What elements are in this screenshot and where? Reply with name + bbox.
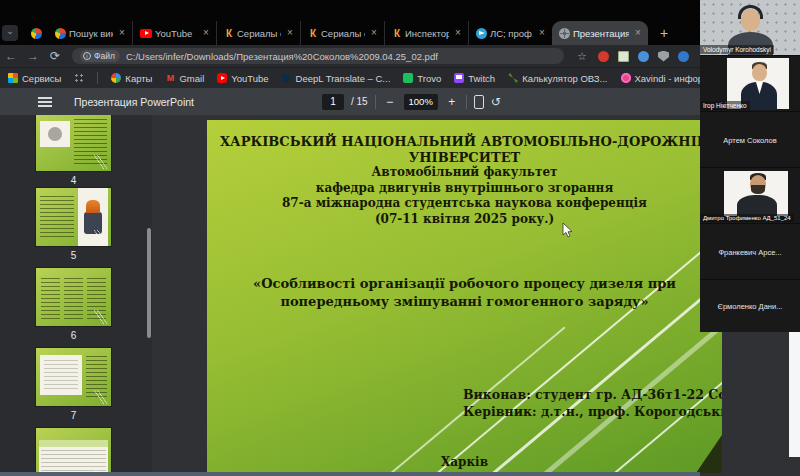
slide-title-line: 87-а міжнародна студентська наукова конф… [207, 196, 722, 212]
k-site-icon [392, 28, 402, 39]
bookmark-services[interactable]: Сервисы [8, 73, 61, 84]
rotate-icon[interactable] [491, 95, 501, 109]
bookmark-trovo[interactable]: Trovo [403, 73, 441, 84]
decor-stripe [459, 222, 722, 473]
apps-grid-icon[interactable] [74, 73, 84, 83]
close-icon[interactable] [284, 27, 296, 39]
close-icon[interactable] [200, 27, 212, 39]
browser-window: Пошук викладача YouTube Сериалы онлайн С… [0, 0, 800, 476]
close-icon[interactable] [368, 27, 380, 39]
page-total: / 15 [351, 96, 368, 107]
fit-page-icon[interactable] [474, 95, 484, 109]
bookmark-label: YouTube [231, 73, 268, 84]
participant-tile[interactable]: Ігор Нікітченко [700, 56, 800, 111]
thumbnail-page-7[interactable] [36, 348, 111, 406]
address-bar[interactable]: Файл C:/Users/infer/Downloads/Презентаци… [72, 48, 564, 64]
thumbnail-page-8[interactable] [36, 428, 111, 476]
back-button[interactable] [0, 49, 22, 63]
page-number-input[interactable]: 1 [322, 94, 344, 110]
extension-icon[interactable] [678, 51, 689, 62]
bookmarks-bar: Сервисы Карты Gmail YouTube DeepL Transl… [0, 67, 800, 88]
participant-name: Ігор Нікітченко [700, 101, 750, 110]
extension-icon[interactable] [618, 51, 629, 62]
participant-name: Дмитро Трофименко АД_51_24 [700, 214, 794, 222]
tools-icon [508, 73, 518, 83]
maps-pin-icon [111, 73, 121, 83]
mouse-cursor [562, 223, 574, 239]
participant-tile[interactable]: Дмитро Трофименко АД_51_24 [700, 168, 800, 223]
slide-title-block: ХАРКІВСЬКИЙ НАЦІОНАЛЬНИЙ АВТОМОБІЛЬНО-ДО… [207, 134, 722, 227]
zoom-in-button[interactable] [445, 95, 459, 109]
menu-icon[interactable] [38, 97, 52, 107]
trovo-icon [403, 73, 413, 83]
bookmark-gmail[interactable]: Gmail [165, 73, 204, 84]
tab-search-button[interactable] [2, 25, 18, 41]
thumbnail-page-6[interactable] [36, 268, 111, 326]
tab-label: Сериалы онлайн [237, 28, 281, 39]
participant-name: Франкевич Арсе... [700, 247, 800, 256]
bookmark-label: Сервисы [22, 73, 61, 84]
sidebar-scrollbar[interactable] [147, 228, 151, 338]
bookmark-deepl[interactable]: DeepL Translate – C... [282, 73, 391, 84]
thumbnail-page-5[interactable] [36, 188, 111, 246]
bookmark-twitch[interactable]: Twitch [454, 73, 495, 84]
slide-title-line: (07-11 квітня 2025 року.) [207, 212, 722, 228]
tab-label: Инспектор Гаврил [405, 28, 449, 39]
bookmark-youtube[interactable]: YouTube [217, 73, 268, 84]
participant-name: Volodymyr Korohodskyi [700, 45, 774, 54]
tab-inspektor[interactable]: Инспектор Гаврил [384, 21, 468, 45]
forward-button[interactable] [22, 49, 44, 63]
twitch-icon [454, 73, 464, 83]
pdf-title: Презентация PowerPoint [74, 96, 194, 108]
close-icon[interactable] [116, 27, 128, 39]
zoom-out-button[interactable] [383, 95, 397, 109]
thumbnail-page-4[interactable] [36, 115, 111, 171]
participant-tile[interactable]: Артем Соколов [700, 112, 800, 167]
tab-youtube[interactable]: YouTube [132, 21, 216, 45]
tab-label: YouTube [155, 28, 197, 39]
tab-label: Презентация Pow [573, 28, 629, 39]
slide-author-line: Виконав: студент гр. АД-36т1-22 Соколов … [463, 386, 722, 403]
shield-extension-icon[interactable] [658, 51, 669, 62]
youtube-icon [217, 73, 227, 83]
file-chip: Файл [80, 50, 120, 62]
tab-presentation-active[interactable]: Презентация Pow [552, 21, 648, 45]
participant-tile[interactable]: Volodymyr Korohodskyi [700, 0, 800, 55]
extension-icon[interactable] [598, 51, 609, 62]
bookmark-star-icon[interactable] [574, 50, 590, 63]
bookmark-label: Trovo [417, 73, 441, 84]
tab-serialy-1[interactable]: Сериалы онлайн [216, 21, 300, 45]
bookmark-label: Gmail [179, 73, 204, 84]
participant-tile[interactable]: Єрмоленко Дани... [700, 280, 800, 332]
close-icon[interactable] [536, 27, 548, 39]
pdf-content-area: 4 5 6 7 [0, 115, 800, 476]
decor-stripe [385, 195, 722, 473]
tab-ls-prof[interactable]: ЛС; проф. Алексан [468, 21, 552, 45]
tab-label: Сериалы онлайн [321, 28, 365, 39]
slide-title-line: УНІВЕРСИТЕТ [207, 150, 722, 166]
tab-label: ЛС; проф. Алексан [490, 28, 533, 39]
close-icon[interactable] [632, 27, 644, 39]
pinned-tab[interactable] [24, 21, 48, 45]
k-site-icon [224, 28, 234, 39]
telegram-icon [476, 28, 487, 39]
slide-title-line: Автомобільний факультет [207, 165, 722, 181]
tab-poshuk[interactable]: Пошук викладача [48, 21, 132, 45]
bookmark-maps[interactable]: Карты [111, 73, 152, 84]
bookmark-label: DeepL Translate – C... [296, 73, 391, 84]
reload-button[interactable] [44, 49, 66, 63]
new-tab-button[interactable] [654, 23, 674, 43]
bookmarks-separator [97, 72, 98, 84]
close-icon[interactable] [452, 27, 464, 39]
tab-serialy-2[interactable]: Сериалы онлайн [300, 21, 384, 45]
zoom-level[interactable]: 100% [404, 94, 438, 110]
video-call-sidebar: Volodymyr Korohodskyi Ігор Нікітченко Ар… [700, 0, 800, 332]
slide-topic-line: «Особливості організації робочого процес… [207, 275, 722, 293]
xavindi-icon [621, 73, 631, 83]
participant-tile[interactable]: Франкевич Арсе... [700, 224, 800, 279]
thumbnail-page-label: 5 [36, 250, 111, 261]
bookmark-calculator[interactable]: Калькулятор ОВЗ... [508, 73, 607, 84]
extension-icon[interactable] [638, 51, 649, 62]
slide-topic-block: «Особливості організації робочого процес… [207, 275, 722, 311]
tab-strip: Пошук викладача YouTube Сериалы онлайн С… [0, 0, 800, 45]
